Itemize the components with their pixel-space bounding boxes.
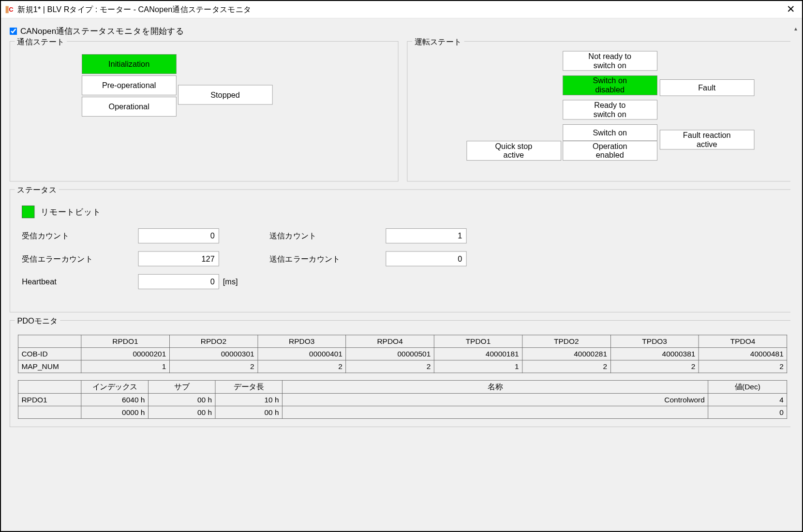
remote-bit-led <box>22 206 34 218</box>
state-operation-enabled: Operation enabled <box>563 141 657 161</box>
tx-count-label: 送信カウント <box>269 231 386 241</box>
table-row: 0000 h00 h00 h 0 <box>18 406 787 418</box>
state-operational: Operational <box>82 97 177 117</box>
state-pre-operational: Pre-operational <box>82 75 177 95</box>
rx-err-value: 127 <box>138 251 219 266</box>
heartbeat-label: Heartbeat <box>22 277 138 286</box>
comm-state-group: 通信ステート Initialization Pre-operational Op… <box>10 41 398 181</box>
start-monitor-label: CANopen通信ステータスモニタを開始する <box>20 26 184 37</box>
state-switch-on: Switch on <box>563 124 657 141</box>
start-monitor-checkbox[interactable] <box>10 27 17 34</box>
status-group: ステータス リモートビット 受信カウント 0 受信エラーカウント 127 <box>10 190 795 312</box>
status-label: ステータス <box>15 185 59 195</box>
rx-count-value: 0 <box>138 228 219 243</box>
table-header-row: インデックスサブデータ長名称値(Dec) <box>18 380 787 393</box>
state-stopped: Stopped <box>178 85 273 105</box>
remote-bit-label: リモートビット <box>41 207 101 218</box>
state-quick-stop-active: Quick stop active <box>466 141 561 161</box>
rx-err-label: 受信エラーカウント <box>22 253 138 264</box>
tx-count-value: 1 <box>386 228 466 243</box>
scrollbar[interactable]: ▴ <box>790 23 801 529</box>
state-switch-on-disabled: Switch on disabled <box>563 75 657 95</box>
state-not-ready: Not ready to switch on <box>563 51 657 71</box>
tx-err-label: 送信エラーカウント <box>269 253 386 264</box>
pdo-monitor-label: PDOモニタ <box>15 315 60 326</box>
tx-err-value: 0 <box>386 251 466 266</box>
table-row: RPDO1 6040 h00 h10 h Controlword4 <box>18 393 787 406</box>
heartbeat-value: 0 <box>138 274 219 289</box>
state-fault: Fault <box>659 79 754 96</box>
table-header-row: RPDO1RPDO2RPDO3RPDO4 TPDO1TPDO2TPDO3TPDO… <box>18 335 787 348</box>
state-fault-reaction-active: Fault reaction active <box>659 130 754 150</box>
drive-state-group: 運転ステート Not ready to switch on Switch on … <box>407 41 795 181</box>
comm-state-label: 通信ステート <box>15 36 67 47</box>
app-icon: C <box>6 5 14 13</box>
close-icon[interactable]: ✕ <box>783 3 799 15</box>
drive-state-label: 運転ステート <box>412 36 464 47</box>
rx-count-label: 受信カウント <box>22 231 138 241</box>
state-initialization: Initialization <box>82 54 177 74</box>
table-row-mapnum: MAP_NUM 1222 1222 <box>18 360 787 373</box>
window-title: 新規1* | BLV Rタイプ : モーター - CANopen通信ステータスモ… <box>17 4 251 15</box>
titlebar: C 新規1* | BLV Rタイプ : モーター - CANopen通信ステータ… <box>1 1 803 18</box>
content-area: CANopen通信ステータスモニタを開始する 通信ステート Initializa… <box>1 18 803 532</box>
pdo-table-2: インデックスサブデータ長名称値(Dec) RPDO1 6040 h00 h10 … <box>18 380 787 419</box>
pdo-table-1: RPDO1RPDO2RPDO3RPDO4 TPDO1TPDO2TPDO3TPDO… <box>18 335 787 373</box>
pdo-monitor-group: PDOモニタ RPDO1RPDO2RPDO3RPDO4 TPDO1TPDO2TP… <box>10 320 795 427</box>
state-ready-to-switch-on: Ready to switch on <box>563 100 657 120</box>
scroll-up-icon[interactable]: ▴ <box>790 23 801 34</box>
heartbeat-unit: [ms] <box>223 277 238 286</box>
table-row-cobid: COB-ID 00000201000003010000040100000501 … <box>18 348 787 360</box>
